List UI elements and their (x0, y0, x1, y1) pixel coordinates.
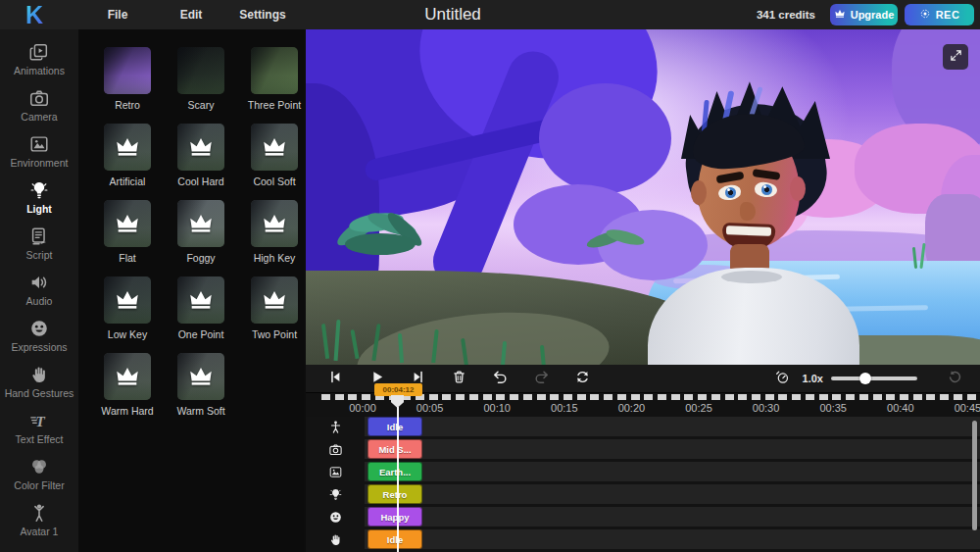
clip-earth[interactable]: Earth... (368, 462, 422, 481)
preset-artificial[interactable]: Artificial (92, 124, 163, 187)
preset-retro[interactable]: Retro (92, 47, 163, 111)
crown-icon (187, 210, 215, 237)
ruler-label: 00:30 (753, 402, 780, 414)
clip-idle[interactable]: Idle (368, 417, 422, 436)
avatar-eye-glint (727, 188, 730, 191)
sidebar-item-label: Expressions (11, 341, 67, 353)
camera-track-icon (306, 439, 365, 459)
loop-button[interactable] (570, 367, 594, 390)
clip-mid-s[interactable]: Mid S... (368, 439, 422, 459)
sidebar-item-environment[interactable]: Environment (0, 133, 78, 169)
crown-icon (187, 133, 215, 161)
ruler-label: 00:15 (551, 402, 578, 414)
undo-button[interactable] (488, 367, 512, 390)
preset-two-point[interactable]: Two Point (239, 276, 310, 340)
avatar-nose (740, 202, 756, 221)
preset-label: Two Point (252, 328, 297, 340)
preset-label: One Point (178, 328, 224, 340)
sidebar-item-avatar-1[interactable]: Avatar 1 (0, 502, 78, 537)
preset-warm-hard[interactable]: Warm Hard (92, 353, 163, 417)
menu-settings[interactable]: Settings (239, 8, 285, 22)
color-filter-icon (28, 456, 50, 477)
crown-icon (114, 286, 141, 314)
record-icon (919, 8, 931, 22)
preset-one-point[interactable]: One Point (166, 276, 236, 340)
sidebar-item-light[interactable]: Light (0, 179, 78, 215)
track-lane[interactable]: Earth... (365, 462, 980, 481)
ruler-label: 00:20 (618, 402, 646, 414)
menu-edit[interactable]: Edit (180, 8, 203, 22)
preset-low-key[interactable]: Low Key (92, 276, 163, 340)
ruler-label: 00:25 (685, 402, 712, 414)
tracks-scrollbar[interactable] (972, 421, 977, 530)
upgrade-button[interactable]: Upgrade (830, 4, 898, 25)
sidebar-item-camera[interactable]: Camera (0, 87, 78, 123)
avatar-teeth (726, 226, 771, 236)
menu-file[interactable]: File (108, 8, 128, 22)
crown-icon (834, 8, 846, 22)
speed-slider-thumb[interactable] (859, 373, 871, 384)
sidebar-item-script[interactable]: Script (0, 226, 78, 261)
timeline-ruler[interactable]: 00:0000:0500:1000:1500:2000:2500:3000:35… (306, 393, 980, 418)
sidebar-item-text-effect[interactable]: TText Effect (0, 410, 78, 445)
sidebar-item-expressions[interactable]: Expressions (0, 318, 78, 353)
preset-scary[interactable]: Scary (166, 47, 236, 111)
preset-three-point[interactable]: Three Point (239, 47, 310, 111)
avatar-icon (28, 502, 50, 524)
preset-label: Artificial (110, 176, 146, 187)
sidebar-item-label: Color Filter (14, 479, 64, 491)
skip-start-button[interactable] (323, 367, 347, 390)
preset-thumbnail (177, 353, 224, 400)
app-logo[interactable]: K (25, 1, 43, 29)
reset-button[interactable] (943, 367, 966, 390)
speed-slider[interactable] (831, 376, 917, 380)
preset-thumbnail (104, 353, 151, 400)
sidebar-item-audio[interactable]: Audio (0, 272, 78, 307)
sidebar-item-color-filter[interactable]: Color Filter (0, 456, 78, 491)
redo-button[interactable] (529, 367, 553, 390)
preset-label: Cool Soft (253, 176, 295, 187)
crown-icon (114, 363, 141, 390)
track-lane[interactable]: Happy (365, 507, 980, 527)
preset-warm-soft[interactable]: Warm Soft (166, 353, 236, 417)
preset-label: Flat (119, 252, 136, 264)
speed-dial-icon (774, 369, 791, 389)
speed-button[interactable] (771, 367, 795, 390)
playhead-line (397, 407, 399, 552)
sidebar-item-label: Animations (14, 65, 65, 76)
clip-happy[interactable]: Happy (368, 507, 422, 527)
timeline-track: Mid S... (306, 439, 980, 462)
sidebar-item-hand-gestures[interactable]: Hand Gestures (0, 364, 78, 399)
viewport-3d[interactable] (306, 29, 980, 365)
upgrade-label: Upgrade (851, 9, 895, 21)
preset-foggy[interactable]: Foggy (166, 200, 236, 264)
preset-cool-soft[interactable]: Cool Soft (239, 124, 310, 187)
track-lane[interactable]: Retro (365, 484, 980, 504)
track-lane[interactable]: Mid S... (365, 439, 980, 459)
fullscreen-button[interactable] (943, 44, 968, 70)
preset-label: Three Point (248, 99, 301, 111)
preset-thumbnail (104, 276, 151, 324)
delete-button[interactable] (447, 367, 470, 390)
track-lane[interactable]: Idle (365, 417, 980, 436)
ruler-label: 00:35 (819, 402, 847, 414)
clip-idle[interactable]: Idle (368, 529, 422, 549)
track-lane[interactable]: Idle (365, 529, 980, 549)
crown-icon (261, 286, 288, 314)
svg-text:T: T (35, 413, 46, 429)
preset-flat[interactable]: Flat (92, 200, 163, 264)
preset-thumbnail (251, 276, 298, 324)
rec-button[interactable]: REC (905, 4, 974, 25)
preset-cool-hard[interactable]: Cool Hard (166, 124, 236, 187)
crown-icon (187, 363, 215, 390)
preset-label: High Key (254, 252, 296, 264)
clip-retro[interactable]: Retro (368, 484, 422, 504)
ruler-label: 00:40 (887, 402, 914, 414)
loop-icon (574, 369, 591, 389)
audio-icon (28, 272, 50, 293)
preset-high-key[interactable]: High Key (239, 200, 310, 264)
preset-label: Warm Soft (176, 405, 224, 417)
sidebar-item-animations[interactable]: Animations (0, 41, 78, 76)
rec-label: REC (936, 9, 960, 21)
timeline-tracks: IdleMid S...Earth...RetroHappyIdle (306, 417, 980, 552)
